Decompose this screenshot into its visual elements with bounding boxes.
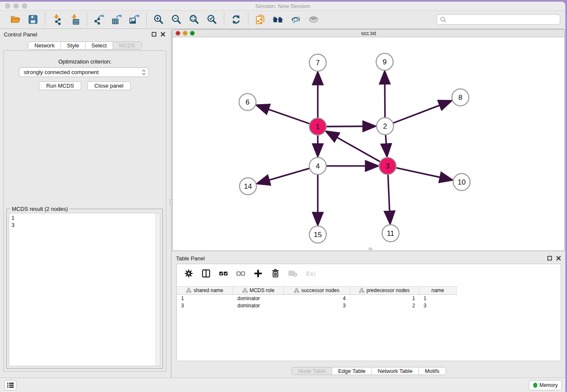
tab-node-table[interactable]: Node Table bbox=[292, 367, 332, 375]
optimization-criterion-select[interactable]: strongly connected component bbox=[19, 67, 149, 77]
tab-style[interactable]: Style bbox=[61, 42, 85, 49]
close-panel-icon[interactable] bbox=[556, 256, 561, 261]
column-label: MCDS role bbox=[250, 287, 275, 293]
graph-node-1[interactable]: 1 bbox=[309, 118, 326, 135]
close-panel-button[interactable]: Close panel bbox=[87, 81, 131, 90]
table-row[interactable]: 3dominator323 bbox=[177, 302, 457, 309]
tab-mcds[interactable]: MCDS bbox=[113, 42, 141, 49]
export-image-icon[interactable] bbox=[129, 14, 140, 25]
table-options-icon[interactable] bbox=[184, 268, 194, 279]
float-panel-icon[interactable] bbox=[151, 32, 157, 37]
table-cell[interactable]: dominator bbox=[233, 303, 284, 309]
graph-node-15[interactable]: 15 bbox=[309, 226, 326, 243]
table-cell[interactable]: 1 bbox=[419, 295, 457, 301]
table-cell[interactable]: 3 bbox=[419, 303, 457, 309]
memory-button[interactable]: Memory bbox=[529, 380, 562, 390]
float-panel-icon[interactable] bbox=[547, 256, 552, 261]
graph-node-11[interactable]: 11 bbox=[382, 225, 399, 242]
search-icon bbox=[440, 16, 446, 23]
network-view-window: scc.txt 7968124314101511 bbox=[172, 29, 565, 251]
deselect-all-icon[interactable] bbox=[236, 268, 246, 279]
control-panel-title: Control Panel bbox=[4, 31, 37, 38]
edge-1-2[interactable] bbox=[326, 126, 375, 127]
svg-text:3: 3 bbox=[385, 162, 389, 170]
search-input[interactable] bbox=[446, 17, 557, 22]
column-header-shared-name[interactable]: shared name bbox=[177, 287, 233, 294]
export-table-icon[interactable] bbox=[111, 14, 123, 25]
column-header-name[interactable]: name bbox=[419, 287, 457, 294]
svg-text:f(x): f(x) bbox=[306, 270, 315, 277]
refresh-icon[interactable] bbox=[230, 14, 242, 25]
graph-node-14[interactable]: 14 bbox=[239, 178, 256, 195]
open-session-icon[interactable] bbox=[9, 14, 21, 25]
result-scrollbar[interactable] bbox=[155, 213, 160, 366]
main-toolbar bbox=[0, 10, 565, 29]
import-table-icon[interactable] bbox=[69, 14, 81, 25]
create-column-icon[interactable] bbox=[253, 268, 263, 279]
toggle-panes-icon[interactable] bbox=[201, 268, 211, 279]
task-history-button[interactable] bbox=[4, 380, 17, 390]
table-row[interactable]: 1dominator411 bbox=[177, 295, 457, 302]
first-neighbors-icon[interactable] bbox=[272, 14, 284, 25]
export-network-icon[interactable] bbox=[93, 14, 105, 25]
graph-node-2[interactable]: 2 bbox=[377, 118, 394, 135]
close-panel-icon[interactable] bbox=[160, 32, 165, 37]
hide-selected-icon[interactable] bbox=[290, 14, 302, 25]
edge-3-11[interactable] bbox=[388, 174, 390, 224]
import-network-icon[interactable] bbox=[51, 14, 63, 25]
mcds-result-group: MCDS result (2 nodes) 1 3 bbox=[6, 209, 163, 369]
mcds-result-text: 1 3 bbox=[9, 213, 155, 366]
graph-node-9[interactable]: 9 bbox=[376, 53, 393, 70]
table-cell[interactable]: 3 bbox=[177, 303, 233, 309]
edge-2-9[interactable] bbox=[385, 72, 385, 118]
select-all-icon[interactable] bbox=[218, 268, 228, 279]
table-cell[interactable]: dominator bbox=[233, 295, 284, 301]
table-cell[interactable]: 1 bbox=[177, 295, 233, 301]
tab-network-table[interactable]: Network Table bbox=[372, 367, 419, 375]
edge-3-1[interactable] bbox=[326, 131, 380, 162]
zoom-selected-icon[interactable] bbox=[206, 14, 218, 25]
edge-4-14[interactable] bbox=[257, 168, 310, 184]
graph-node-8[interactable]: 8 bbox=[452, 89, 469, 106]
table-cell[interactable]: 4 bbox=[284, 295, 350, 301]
edge-2-8[interactable] bbox=[393, 101, 451, 123]
svg-text:6: 6 bbox=[245, 98, 249, 106]
svg-text:2: 2 bbox=[383, 122, 387, 130]
table-cell[interactable]: 2 bbox=[350, 303, 419, 309]
delete-column-icon[interactable] bbox=[270, 268, 281, 279]
column-label: successor nodes bbox=[301, 287, 339, 293]
graph-node-10[interactable]: 10 bbox=[453, 174, 470, 190]
network-canvas[interactable]: 7968124314101511 bbox=[173, 37, 564, 251]
edge-1-6[interactable] bbox=[257, 105, 310, 124]
column-header-MCDS-role[interactable]: MCDS role bbox=[233, 287, 284, 294]
show-all-icon bbox=[308, 14, 319, 25]
tab-motifs[interactable]: Motifs bbox=[419, 367, 446, 375]
zoom-out-icon[interactable] bbox=[171, 14, 182, 25]
graph-node-7[interactable]: 7 bbox=[309, 54, 326, 71]
run-mcds-button[interactable]: Run MCDS bbox=[39, 81, 81, 90]
edge-2-3[interactable] bbox=[385, 135, 387, 156]
save-session-icon[interactable] bbox=[27, 14, 39, 25]
tab-network[interactable]: Network bbox=[28, 42, 61, 49]
column-label: predecessor nodes bbox=[366, 287, 410, 293]
graph-node-6[interactable]: 6 bbox=[239, 94, 256, 110]
zoom-in-icon[interactable] bbox=[153, 14, 165, 25]
graph-node-3[interactable]: 3 bbox=[379, 157, 396, 174]
column-type-icon bbox=[359, 288, 364, 293]
column-header-successor-nodes[interactable]: successor nodes bbox=[284, 287, 350, 294]
search-box[interactable] bbox=[437, 14, 560, 25]
table-cell[interactable]: 1 bbox=[350, 295, 419, 301]
graph-node-4[interactable]: 4 bbox=[309, 157, 326, 174]
delete-table-icon bbox=[288, 268, 298, 279]
tab-select[interactable]: Select bbox=[85, 42, 113, 49]
table-cell[interactable]: 3 bbox=[284, 303, 350, 309]
duplicate-network-icon[interactable] bbox=[254, 14, 266, 25]
edge-3-10[interactable] bbox=[396, 168, 452, 180]
network-resize-grip[interactable] bbox=[369, 248, 372, 250]
mcds-tab-content: Optimization criterion: strongly connect… bbox=[3, 50, 166, 372]
zoom-fit-icon[interactable] bbox=[188, 14, 200, 25]
mcds-result-area[interactable]: 1 3 bbox=[9, 213, 160, 366]
column-header-predecessor-nodes[interactable]: predecessor nodes bbox=[350, 287, 419, 294]
memory-status-icon bbox=[533, 383, 537, 388]
tab-edge-table[interactable]: Edge Table bbox=[332, 367, 372, 375]
